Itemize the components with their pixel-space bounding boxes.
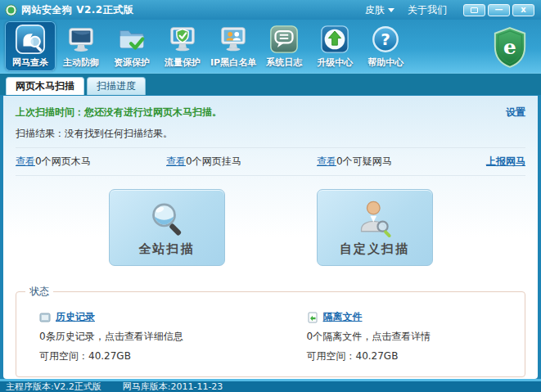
main-panel: 上次扫描时间：您还没有进行过网页木马扫描。 设置 扫描结果：没有找到任何扫描结果… [3,96,538,379]
custom-scan-label: 自定义扫描 [340,241,409,257]
nav-item-resource-protection[interactable]: 资源保护 [106,21,157,71]
upgrade-arrow-icon [319,24,350,55]
settings-link[interactable]: 设置 [506,106,525,119]
magnifier-icon [146,198,188,241]
quarantine-detail: 0个隔离文件，点击查看详情 [307,330,525,344]
minimize-button[interactable]: — [488,4,510,16]
scan-result-message: 扫描结果：没有找到任何扫描结果。 [16,127,525,141]
svg-text:e: e [503,34,516,58]
quarantine-block: 隔离文件 0个隔离文件，点击查看详情 可用空间：40.27GB [271,310,525,363]
skin-menu-label: 皮肤 [365,3,385,17]
quarantine-free-space: 可用空间：40.27GB [307,349,525,363]
about-us-button[interactable]: 关于我们 [408,3,447,17]
shield-e-logo: e [492,25,528,70]
status-bar: 主程序版本:V2.2正式版 网马库版本:2011-11-23 [0,379,541,392]
quarantine-link[interactable]: 隔离文件 [323,310,363,324]
main-toolbar: 网马查杀 主动防御 资源保护 [0,20,541,73]
question-icon: ? [370,24,401,55]
full-scan-label: 全站扫描 [139,241,195,257]
about-us-label: 关于我们 [408,3,447,17]
nav-item-upgrade-center[interactable]: 升级中心 [309,21,360,71]
app-logo-icon [5,4,17,16]
tab-bar: 网页木马扫描 扫描进度 [0,73,541,95]
trojan-count-text: 0个网页木马 [35,155,91,167]
divider [16,147,525,148]
speech-bubble-icon [268,24,300,55]
program-version-text: 主程序版本:V2.2正式版 [6,381,101,392]
history-block: 历史记录 0条历史记录，点击查看详细信息 可用空间：40.27GB [16,310,271,363]
history-free-space: 可用空间：40.27GB [39,349,271,363]
monitor-icon [65,24,97,55]
history-link[interactable]: 历史记录 [56,310,95,324]
custom-scan-button[interactable]: 自定义扫描 [317,189,433,266]
user-magnifier-icon [354,198,396,241]
signature-version-text: 网马库版本:2011-11-23 [123,381,223,392]
nav-label: 升级中心 [317,56,353,69]
nav-label: 主动防御 [63,56,99,69]
nav-label: 资源保护 [114,56,150,69]
horse-magnifier-icon [15,24,46,55]
title-bar: 网站安全狗 V2.2正式版 皮肤 关于我们 — x [0,0,541,20]
nav-label: IP黑白名单 [210,56,256,69]
nav-item-webshell-scan[interactable]: 网马查杀 [5,21,56,71]
skin-menu-button[interactable]: 皮肤 [365,3,394,17]
nav-item-help-center[interactable]: ? 帮助中心 [360,21,411,71]
tab-scan-progress[interactable]: 扫描进度 [87,77,146,95]
full-scan-button[interactable]: 全站扫描 [109,189,225,266]
report-trojan-link[interactable]: 上报网马 [486,155,525,169]
nav-label: 流量保护 [165,56,201,69]
monitor-shield-icon [167,24,198,55]
chevron-down-icon [388,8,394,12]
tab-label: 网页木马扫描 [16,79,74,93]
status-section: 状态 历史记录 0条历史记录，点击查看详细信息 可用空间：40.27GB [16,285,525,377]
quarantine-file-icon [307,312,318,323]
tab-webshell-scan[interactable]: 网页木马扫描 [6,77,84,95]
view-hung-count: 查看0个网页挂马 [166,155,317,169]
suspicious-count-text: 0个可疑网马 [336,155,392,167]
nav-label: 网马查杀 [12,56,48,69]
nav-item-traffic-protection[interactable]: 流量保护 [157,21,208,71]
view-trojan-count: 查看0个网页木马 [16,155,166,169]
history-detail: 0条历史记录，点击查看详细信息 [39,330,271,344]
window-controls: — x [463,4,534,16]
view-suspicious-link[interactable]: 查看 [317,155,336,167]
tray-button[interactable] [463,4,485,16]
nav-item-system-log[interactable]: 系统日志 [259,21,309,71]
divider [16,175,525,176]
nav-label: 帮助中心 [367,56,403,69]
window-title: 网站安全狗 V2.2正式版 [21,3,133,17]
svg-text:?: ? [381,29,390,49]
history-icon [39,312,51,323]
status-section-legend: 状态 [25,285,53,299]
view-trojan-link[interactable]: 查看 [16,155,35,167]
last-scan-message: 上次扫描时间：您还没有进行过网页木马扫描。 [16,106,222,119]
view-suspicious-count: 查看0个可疑网马 [317,155,467,169]
nav-item-active-defense[interactable]: 主动防御 [56,21,106,71]
hung-count-text: 0个网页挂马 [186,155,241,167]
view-hung-link[interactable]: 查看 [166,155,186,167]
window-icon [471,7,478,13]
nav-item-ip-blacklist[interactable]: IP黑白名单 [208,21,259,71]
monitor-users-icon [218,24,249,55]
close-button[interactable]: x [512,4,534,16]
tab-label: 扫描进度 [97,79,136,93]
folder-check-icon [116,24,147,55]
nav-label: 系统日志 [266,56,302,69]
app-window: 网站安全狗 V2.2正式版 皮肤 关于我们 — x [0,0,541,392]
